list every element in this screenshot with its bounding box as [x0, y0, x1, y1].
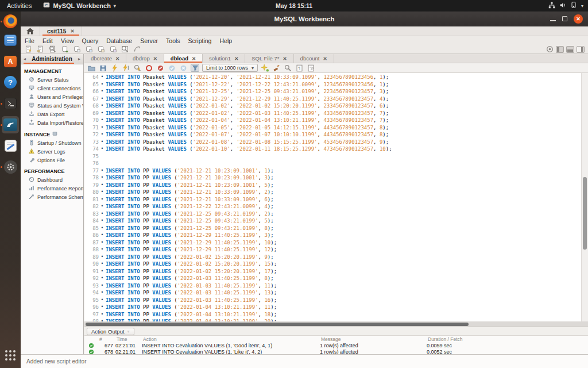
menu-scripting[interactable]: Scripting — [184, 37, 216, 44]
dock-item-terminal[interactable] — [3, 96, 18, 111]
save-icon[interactable] — [99, 64, 107, 72]
close-icon[interactable]: ✕ — [234, 56, 238, 62]
dock-item-files[interactable] — [3, 33, 18, 48]
statement-bullet-icon: • — [99, 81, 106, 89]
dock-item-help[interactable]: ? — [3, 75, 18, 90]
app-menu-button[interactable]: MySQL Workbench ▾ — [38, 2, 120, 10]
create-procedure-icon[interactable] — [96, 45, 105, 53]
sidebar-item-data-export[interactable]: Data Export — [21, 110, 83, 118]
inspector-icon[interactable] — [48, 45, 57, 53]
new-query-tab-icon[interactable] — [24, 45, 33, 53]
limit-toggle-icon[interactable] — [191, 64, 199, 72]
rollback-icon[interactable] — [179, 64, 188, 72]
maximize-button[interactable] — [562, 16, 567, 21]
sidebar-item-users-and-privileges[interactable]: Users and Privileges — [21, 93, 83, 101]
execute-icon[interactable] — [110, 64, 119, 72]
dashboard-icon — [29, 177, 34, 183]
sql-code-editor[interactable]: 64•INSERT INTO Pbasket VALUES ('2021-12-… — [84, 73, 588, 321]
sidebar-next-icon[interactable]: ▸ — [75, 56, 83, 62]
editor-tab-solution1[interactable]: solution1✕ — [203, 54, 245, 63]
sidebar-item-server-status[interactable]: Server Status — [21, 75, 83, 84]
sidebar-item-status-and-system-variable[interactable]: Status and System Variable — [21, 101, 83, 110]
menu-file[interactable]: File — [21, 37, 38, 44]
action-output-row[interactable]: 677 02:21:01 INSERT INTO Cevaluation VAL… — [84, 342, 588, 348]
action-output-selector[interactable]: Action Output ▾ — [87, 328, 134, 335]
editor-tab-dbdrop[interactable]: dbdrop✕ — [126, 54, 164, 63]
toggle-output-icon[interactable] — [566, 46, 574, 53]
vertical-scrollbar-thumb[interactable] — [583, 177, 587, 249]
stop-icon[interactable] — [145, 64, 153, 72]
close-icon[interactable]: ✕ — [323, 56, 327, 62]
commit-icon[interactable] — [168, 64, 176, 72]
close-icon[interactable]: ✕ — [153, 56, 157, 62]
menu-edit[interactable]: Edit — [38, 37, 57, 44]
clean-icon[interactable] — [272, 64, 281, 72]
create-table-icon[interactable] — [72, 45, 81, 53]
explain-icon[interactable] — [133, 64, 142, 72]
close-button[interactable]: ✕ — [574, 14, 583, 24]
statement-bullet-icon: • — [99, 282, 106, 290]
sidebar-item-performance-schema-setup[interactable]: Performance Schema Setup — [21, 193, 83, 201]
menu-database[interactable]: Database — [102, 37, 136, 44]
sidebar-item-startup-shutdown[interactable]: Startup / Shutdown — [21, 139, 83, 147]
code-line: 81•INSERT INTO PP VALUES ('2021-12-21 10… — [84, 196, 581, 204]
statement-bullet-icon: • — [99, 167, 106, 175]
dock-item-mysql-workbench[interactable] — [2, 116, 19, 133]
menu-help[interactable]: Help — [215, 37, 236, 44]
sidebar-item-client-connections[interactable]: Client Connections — [21, 84, 83, 93]
close-icon[interactable]: ✕ — [70, 28, 74, 34]
document-tab-csit115[interactable]: csit115 ✕ — [40, 26, 82, 36]
editor-tab-dbcount[interactable]: dbcount✕ — [294, 54, 334, 63]
home-tab[interactable] — [21, 26, 40, 36]
sidebar-item-data-import-restore[interactable]: Data Import/Restore — [21, 118, 83, 127]
sidebar-item-server-logs[interactable]: Server Logs — [21, 147, 83, 156]
minimize-button[interactable] — [550, 20, 556, 21]
dock-item-text-editor[interactable] — [3, 138, 18, 153]
toggle-secondary-sidebar-icon[interactable] — [577, 46, 585, 53]
limit-rows-dropdown[interactable]: Limit to 1000 rows▾ — [202, 64, 258, 72]
close-icon[interactable]: ✕ — [192, 56, 196, 62]
create-schema-icon[interactable] — [60, 45, 69, 53]
horizontal-scrollbar-thumb[interactable] — [86, 323, 469, 326]
dock-item-settings[interactable] — [3, 159, 18, 174]
vertical-scrollbar[interactable] — [581, 73, 588, 321]
dock-item-firefox[interactable] — [3, 14, 18, 29]
dock-item-show-applications[interactable] — [3, 348, 18, 363]
stop-on-error-icon[interactable] — [156, 64, 165, 72]
create-function-icon[interactable] — [109, 45, 117, 53]
statement-bullet-icon: • — [99, 225, 106, 232]
beautify-icon[interactable] — [261, 64, 269, 72]
close-icon[interactable]: ✕ — [283, 56, 287, 62]
close-icon[interactable]: ✕ — [115, 56, 119, 62]
menu-query[interactable]: Query — [78, 37, 103, 44]
sidebar-item-options-file[interactable]: Options File — [21, 156, 83, 164]
activities-button[interactable]: Activities — [0, 2, 38, 9]
horizontal-scrollbar[interactable] — [84, 321, 588, 327]
invisibles-toggle-icon[interactable]: ¶ — [295, 64, 304, 72]
line-number: 77 — [84, 167, 99, 175]
open-script-icon[interactable] — [36, 45, 45, 53]
statement-bullet-icon: • — [99, 139, 106, 146]
sidebar-prev-icon[interactable]: ◂ — [21, 56, 29, 62]
toggle-sidebar-icon[interactable] — [556, 46, 564, 53]
system-tray[interactable]: ▾ — [548, 2, 588, 10]
wrap-toggle-icon[interactable] — [307, 64, 315, 72]
preferences-icon[interactable] — [546, 45, 554, 53]
editor-tab-dbload[interactable]: dbload✕ — [164, 54, 203, 63]
execute-current-icon[interactable] — [122, 64, 130, 72]
menu-tools[interactable]: Tools — [162, 37, 184, 44]
find-icon[interactable] — [284, 64, 292, 72]
menu-server[interactable]: Server — [136, 37, 162, 44]
dock-item-ubuntu-software[interactable]: A — [3, 54, 18, 69]
reconnect-icon[interactable] — [133, 45, 141, 53]
editor-tab-sql-file-7-[interactable]: SQL File 7*✕ — [245, 54, 293, 63]
editor-tab-dbcreate[interactable]: dbcreate✕ — [84, 54, 126, 63]
menu-view[interactable]: View — [57, 37, 78, 44]
sidebar-item-performance-reports[interactable]: Performance Reports — [21, 184, 83, 193]
create-view-icon[interactable] — [84, 45, 93, 53]
sidebar-item-dashboard[interactable]: Dashboard — [21, 175, 83, 184]
open-file-icon[interactable] — [87, 64, 96, 72]
window-titlebar[interactable]: MySQL Workbench ✕ — [21, 12, 588, 26]
line-number: 76 — [84, 160, 99, 167]
search-objects-icon[interactable] — [121, 45, 129, 53]
